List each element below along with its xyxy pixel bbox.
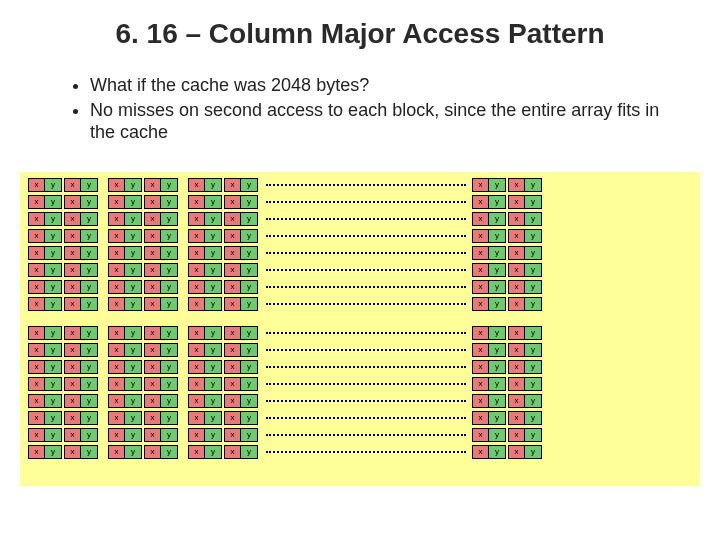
xy-pair: xy (28, 394, 62, 408)
xy-pair: xy (508, 326, 542, 340)
xy-pair: xy (28, 326, 62, 340)
xy-pair: xy (28, 229, 62, 243)
xy-pair: xy (144, 343, 178, 357)
y-cell: y (241, 264, 257, 276)
x-cell: x (189, 298, 205, 310)
xy-pair: xy (472, 360, 506, 374)
y-cell: y (525, 395, 541, 407)
xy-pair: xy (224, 428, 258, 442)
x-cell: x (65, 281, 81, 293)
xy-pair: xy (64, 195, 98, 209)
y-cell: y (45, 429, 61, 441)
y-cell: y (489, 247, 505, 259)
xy-pair: xy (64, 445, 98, 459)
x-cell: x (509, 429, 525, 441)
y-cell: y (241, 344, 257, 356)
xy-pair: xy (224, 377, 258, 391)
y-cell: y (125, 298, 141, 310)
y-cell: y (45, 344, 61, 356)
x-cell: x (225, 446, 241, 458)
diagram-row: xyxyxyxyxyxyxyxy (28, 360, 692, 375)
y-cell: y (125, 429, 141, 441)
y-cell: y (241, 361, 257, 373)
x-cell: x (65, 446, 81, 458)
y-cell: y (45, 213, 61, 225)
xy-pair: xy (472, 246, 506, 260)
x-cell: x (189, 344, 205, 356)
x-cell: x (189, 446, 205, 458)
y-cell: y (45, 327, 61, 339)
y-cell: y (81, 179, 97, 191)
y-cell: y (45, 196, 61, 208)
x-cell: x (145, 327, 161, 339)
x-cell: x (65, 378, 81, 390)
xy-pair: xy (64, 229, 98, 243)
y-cell: y (525, 281, 541, 293)
x-cell: x (29, 344, 45, 356)
x-cell: x (473, 213, 489, 225)
y-cell: y (45, 395, 61, 407)
y-cell: y (241, 230, 257, 242)
y-cell: y (45, 361, 61, 373)
x-cell: x (509, 395, 525, 407)
xy-pair: xy (472, 212, 506, 226)
xy-pair: xy (188, 428, 222, 442)
xy-pair: xy (188, 178, 222, 192)
y-cell: y (161, 179, 177, 191)
y-cell: y (489, 378, 505, 390)
x-cell: x (225, 247, 241, 259)
xy-pair: xy (28, 263, 62, 277)
xy-pair: xy (108, 178, 142, 192)
xy-pair: xy (64, 263, 98, 277)
xy-pair: xy (224, 411, 258, 425)
x-cell: x (509, 213, 525, 225)
x-cell: x (29, 446, 45, 458)
xy-pair: xy (144, 428, 178, 442)
xy-pair: xy (188, 229, 222, 243)
x-cell: x (109, 446, 125, 458)
xy-pair: xy (224, 246, 258, 260)
xy-pair: xy (224, 212, 258, 226)
x-cell: x (145, 264, 161, 276)
x-cell: x (189, 395, 205, 407)
y-cell: y (205, 344, 221, 356)
y-cell: y (81, 344, 97, 356)
y-cell: y (489, 179, 505, 191)
x-cell: x (473, 230, 489, 242)
x-cell: x (189, 378, 205, 390)
y-cell: y (81, 412, 97, 424)
y-cell: y (205, 213, 221, 225)
diagram-row: xyxyxyxyxyxyxyxy (28, 343, 692, 358)
y-cell: y (205, 281, 221, 293)
y-cell: y (125, 179, 141, 191)
x-cell: x (473, 179, 489, 191)
x-cell: x (109, 395, 125, 407)
page-title: 6. 16 – Column Major Access Pattern (30, 18, 690, 50)
xy-pair: xy (64, 394, 98, 408)
xy-pair: xy (224, 178, 258, 192)
x-cell: x (145, 281, 161, 293)
x-cell: x (65, 344, 81, 356)
y-cell: y (489, 230, 505, 242)
xy-pair: xy (144, 411, 178, 425)
xy-pair: xy (472, 326, 506, 340)
x-cell: x (109, 327, 125, 339)
y-cell: y (525, 361, 541, 373)
xy-pair: xy (64, 212, 98, 226)
ellipsis-dots (266, 218, 466, 220)
xy-pair: xy (188, 326, 222, 340)
x-cell: x (109, 179, 125, 191)
y-cell: y (241, 298, 257, 310)
xy-pair: xy (64, 326, 98, 340)
xy-pair: xy (188, 411, 222, 425)
xy-pair: xy (64, 246, 98, 260)
x-cell: x (65, 429, 81, 441)
x-cell: x (29, 298, 45, 310)
x-cell: x (189, 429, 205, 441)
xy-pair: xy (28, 178, 62, 192)
x-cell: x (509, 247, 525, 259)
x-cell: x (189, 213, 205, 225)
y-cell: y (525, 298, 541, 310)
x-cell: x (29, 247, 45, 259)
y-cell: y (125, 412, 141, 424)
